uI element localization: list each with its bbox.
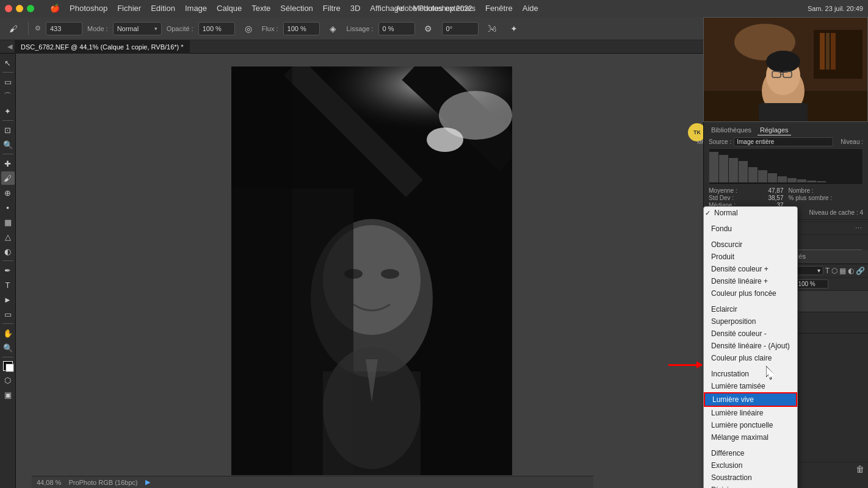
eyedropper-tool[interactable]: 🔍	[1, 138, 15, 151]
tool-brush[interactable]: 🖌	[5, 20, 22, 37]
moyenne-value: 47,87	[768, 187, 783, 194]
svg-rect-30	[729, 158, 738, 182]
tool-separator-4	[2, 260, 13, 261]
foreground-color[interactable]	[3, 361, 13, 371]
blend-obscurcir[interactable]: Obscurcir	[704, 239, 797, 251]
reglages-tab[interactable]: Réglages	[758, 125, 790, 135]
marquee-tool[interactable]: ▭	[1, 75, 15, 88]
blend-lumiere-vive[interactable]: Lumière vive	[704, 392, 797, 407]
menu-fichier[interactable]: Fichier	[112, 0, 146, 17]
opacity-icon[interactable]: ◎	[240, 20, 257, 37]
zoom-tool[interactable]: 🔍	[1, 341, 15, 354]
blend-densite-lineaire-ajout[interactable]: Densité linéaire - (Ajout)	[704, 340, 797, 352]
menu-calque[interactable]: Calque	[212, 0, 247, 17]
blend-eclaircir[interactable]: Eclaircir	[704, 303, 797, 315]
bibliotheques-tab[interactable]: Bibliothèques	[709, 125, 754, 135]
menu-filtre[interactable]: Filtre	[318, 0, 345, 17]
blend-exclusion[interactable]: Exclusion	[704, 459, 797, 472]
filter-icon-4[interactable]: ◐	[848, 267, 854, 275]
tool-separator-3	[2, 154, 13, 154]
blend-produit[interactable]: Produit	[704, 251, 797, 263]
pen-tool[interactable]: ✒	[1, 264, 15, 277]
blend-fondu[interactable]: Fondu	[704, 223, 797, 235]
forward-icon[interactable]: ▶	[145, 478, 150, 486]
text-tool[interactable]: T	[1, 278, 15, 292]
menu-3d[interactable]: 3D	[345, 0, 366, 17]
blend-superposition[interactable]: Superposition	[704, 315, 797, 328]
hand-tool[interactable]: ✋	[1, 326, 15, 340]
crop-tool[interactable]: ⊡	[1, 123, 15, 137]
background-color[interactable]	[5, 364, 14, 372]
source-dropdown[interactable]: Image entière	[734, 137, 833, 146]
brush-size-value[interactable]: 433	[46, 22, 82, 35]
stddev-row: Std Dev : 38,57	[709, 195, 784, 201]
filter-icon-5[interactable]: 🔗	[856, 267, 865, 275]
clone-tool[interactable]: ⊕	[1, 186, 15, 199]
brush-tool[interactable]: 🖌	[1, 171, 15, 185]
blend-lumiere-tamisee[interactable]: Lumière tamisée	[704, 380, 797, 392]
dodge-tool[interactable]: ◐	[1, 245, 15, 258]
gradient-tool[interactable]: ▦	[1, 215, 15, 229]
quick-mask-tool[interactable]: ⬡	[1, 373, 15, 387]
lissage-value[interactable]: 0 %	[378, 22, 415, 35]
blend-incrustation[interactable]: Incrustation	[704, 368, 797, 380]
delete-layer-icon[interactable]: 🗑	[856, 464, 864, 474]
mode-dropdown[interactable]: Normal	[113, 22, 162, 35]
eraser-tool[interactable]: ▪	[1, 201, 15, 214]
blend-densite-couleur-plus[interactable]: Densité couleur +	[704, 263, 797, 275]
blend-couleur-foncee[interactable]: Couleur plus foncée	[704, 287, 797, 300]
filter-icon-1[interactable]: T	[825, 267, 830, 275]
source-label: Source :	[709, 138, 731, 145]
tool-separator-2	[2, 120, 13, 121]
blend-melange-maximal[interactable]: Mélange maximal	[704, 431, 797, 443]
file-tab[interactable]: DSC_6782.NEF @ 44,1% (Calque 1 copie, RV…	[15, 40, 190, 54]
blend-lumiere-ponctuelle[interactable]: Lumière ponctuelle	[704, 419, 797, 431]
path-select-tool[interactable]: ►	[1, 293, 15, 306]
blend-densite-lineaire-plus[interactable]: Densité linéaire +	[704, 275, 797, 287]
blend-densite-couleur-minus[interactable]: Densité couleur -	[704, 328, 797, 340]
menu-aide[interactable]: Aide	[518, 0, 543, 17]
maximize-button[interactable]	[27, 5, 34, 12]
close-button[interactable]	[5, 5, 12, 12]
blend-division[interactable]: Division	[704, 484, 797, 488]
minimize-button[interactable]	[16, 5, 23, 12]
fond-input[interactable]: 100 %	[795, 279, 828, 289]
tools-sidebar: ↖ ▭ ⌒ ✦ ⊡ 🔍 ✚ 🖌 ⊕ ▪ ▦ △ ◐ ✒ T ► ▭ ✋ 🔍 ⬡ …	[0, 54, 16, 488]
opacity-value[interactable]: 100 %	[198, 22, 235, 35]
flux-icon[interactable]: ◈	[325, 20, 342, 37]
flux-value[interactable]: 100 %	[283, 22, 320, 35]
magic-wand-tool[interactable]: ✦	[1, 104, 15, 118]
shape-tool[interactable]: ▭	[1, 307, 15, 321]
blend-lumiere-lineaire[interactable]: Lumière linéaire	[704, 407, 797, 419]
extra-tool-icon[interactable]: ✦	[505, 20, 523, 37]
blend-difference[interactable]: Différence	[704, 447, 797, 459]
healing-tool[interactable]: ✚	[1, 157, 15, 170]
blend-couleur-claire[interactable]: Couleur plus claire	[704, 352, 797, 364]
lasso-tool[interactable]: ⌒	[1, 90, 15, 103]
menu-image[interactable]: Image	[180, 0, 212, 17]
menu-selection[interactable]: Sélection	[275, 0, 317, 17]
filter-icon-2[interactable]: ⬡	[831, 267, 837, 275]
blend-mode-dropdown[interactable]: Normal Fondu Obscurcir Produit Densité c…	[703, 206, 798, 488]
apple-menu[interactable]: 🍎	[45, 0, 65, 17]
svg-point-23	[766, 51, 800, 73]
more-actions-icon[interactable]: ⋯	[853, 223, 863, 233]
menu-fenetre[interactable]: Fenêtre	[480, 0, 518, 17]
filter-icon-3[interactable]: ▦	[839, 267, 846, 275]
screen-mode-tool[interactable]: ▣	[1, 388, 15, 401]
status-bar: 44,08 % ProPhoto RGB (16bpc) ▶	[32, 476, 593, 488]
menu-edition[interactable]: Edition	[146, 0, 180, 17]
svg-rect-37	[797, 179, 806, 182]
airbrush-icon[interactable]: 🌬	[483, 20, 501, 37]
blend-soustraction[interactable]: Soustraction	[704, 472, 797, 484]
settings-icon[interactable]: ⚙	[420, 20, 437, 37]
blur-tool[interactable]: △	[1, 230, 15, 243]
pourcent-label: % plus sombre :	[789, 195, 833, 201]
tab-arrow[interactable]: ◀	[5, 43, 15, 51]
tool-separator-5	[2, 323, 13, 324]
blend-normal[interactable]: Normal	[704, 207, 797, 219]
move-tool[interactable]: ↖	[1, 56, 15, 70]
angle-value[interactable]: 0°	[442, 22, 479, 35]
svg-rect-19	[831, 33, 836, 70]
menu-texte[interactable]: Texte	[247, 0, 275, 17]
